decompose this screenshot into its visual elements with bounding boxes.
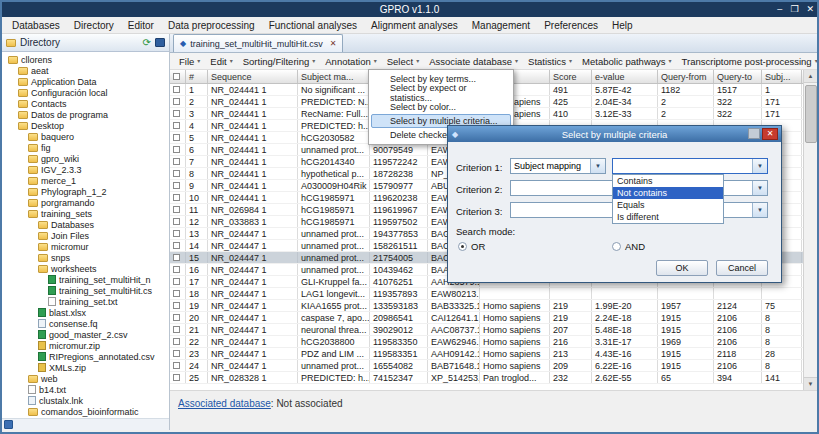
- menu-item-help[interactable]: Help: [605, 19, 640, 32]
- table-row-25[interactable]: 25NR_028328 1PREDICTED: h...74152347XP_5…: [170, 372, 803, 384]
- editor-menu-transcriptome-post-processing[interactable]: Transcriptome post-processing▾: [677, 55, 819, 68]
- editor-menu-select[interactable]: Select▾: [382, 55, 424, 68]
- tree-item-xmls-zip[interactable]: XMLs.zip: [2, 362, 169, 373]
- menu-item-preferences[interactable]: Preferences: [537, 19, 605, 32]
- menu-item-editor[interactable]: Editor: [121, 19, 161, 32]
- row-checkbox[interactable]: [170, 372, 186, 383]
- row-checkbox[interactable]: [170, 180, 186, 191]
- tree-item-baquero[interactable]: baquero: [2, 131, 169, 142]
- tree-item-training-set-multihit-cs[interactable]: training_set_multiHit.cs: [2, 285, 169, 296]
- row-checkbox[interactable]: [170, 84, 186, 95]
- menu-item-management[interactable]: Management: [465, 19, 537, 32]
- tree-item-databases[interactable]: Databases: [2, 219, 169, 230]
- editor-menu-edit[interactable]: Edit▾: [205, 55, 237, 68]
- dialog-title-bar[interactable]: ◆ Select by multiple criteria ✕: [448, 126, 781, 142]
- table-row-18[interactable]: 18NR_024447 1LAG1 longevit...119357893EA…: [170, 288, 803, 300]
- row-checkbox[interactable]: [170, 276, 186, 287]
- tree-item-ripregions-annotated-csv[interactable]: RIPregions_annotated.csv: [2, 351, 169, 362]
- minimize-button[interactable]: –: [777, 5, 782, 14]
- panel-corner-icon[interactable]: [4, 420, 13, 429]
- table-row-19[interactable]: 19NR_024447 1KIAA1655 prot...133593183BA…: [170, 300, 803, 312]
- row-checkbox[interactable]: [170, 216, 186, 227]
- row-checkbox[interactable]: [170, 192, 186, 203]
- scrollbar-thumb[interactable]: [805, 85, 817, 143]
- tree-item-comandos-bioinformatic[interactable]: comandos_bioinformatic: [2, 406, 169, 417]
- dropdown-option-contains[interactable]: Contains: [613, 175, 723, 187]
- column-header-subject-ma[interactable]: Subject ma...: [298, 70, 370, 83]
- tree-item-application-data[interactable]: Application Data: [2, 76, 169, 87]
- chevron-down-icon[interactable]: ▼: [752, 181, 767, 195]
- criterion-1-operator-combo[interactable]: ▼: [612, 158, 768, 174]
- row-checkbox[interactable]: [170, 108, 186, 119]
- dropdown-option-equals[interactable]: Equals: [613, 199, 723, 211]
- chevron-down-icon[interactable]: ▼: [752, 159, 767, 173]
- radio-and[interactable]: AND: [612, 241, 645, 252]
- editor-menu-file[interactable]: File▾: [174, 55, 205, 68]
- editor-menu-sorting-filtering[interactable]: Sorting/Filtering▾: [238, 55, 321, 68]
- row-checkbox[interactable]: [170, 96, 186, 107]
- tree-item-snps[interactable]: snps: [2, 252, 169, 263]
- row-checkbox[interactable]: [170, 312, 186, 323]
- menu-item-select-by-expect-or-statistics[interactable]: Select by expect or statistics...: [371, 86, 511, 100]
- row-checkbox[interactable]: [170, 252, 186, 263]
- dropdown-option-not-contains[interactable]: Not contains: [613, 187, 723, 199]
- scrollbar-down-icon[interactable]: ▼: [804, 377, 818, 390]
- cancel-button[interactable]: Cancel: [716, 260, 768, 276]
- dock-panel-icon[interactable]: [155, 38, 165, 47]
- row-checkbox[interactable]: [170, 324, 186, 335]
- row-checkbox[interactable]: [170, 132, 186, 143]
- tree-item-consense-fq[interactable]: consense.fq: [2, 318, 169, 329]
- tree-item-gpro-wiki[interactable]: gpro_wiki: [2, 153, 169, 164]
- tree-item-configuraci-n-local[interactable]: Configuración local: [2, 87, 169, 98]
- tab-training-set-csv[interactable]: ◆ training_set_multiHit_multiHit.csv ✕: [173, 34, 343, 52]
- table-row-22[interactable]: 22NR_024447 1hCG2038800119583350EAW62946…: [170, 336, 803, 348]
- column-header-e-value[interactable]: e-value: [592, 70, 658, 83]
- chevron-down-icon[interactable]: ▼: [752, 203, 767, 217]
- tree-item-blast-xlsx[interactable]: blast.xlsx: [2, 307, 169, 318]
- table-row-20[interactable]: 20NR_024447 1caspase 7, apo...20986541CA…: [170, 312, 803, 324]
- header-checkbox[interactable]: [170, 70, 186, 83]
- tree-item-phylograph-1-2[interactable]: Phylograph_1_2: [2, 186, 169, 197]
- tab-close-icon[interactable]: ✕: [330, 39, 337, 48]
- row-checkbox[interactable]: [170, 156, 186, 167]
- menu-item-directory[interactable]: Directory: [67, 19, 121, 32]
- row-checkbox[interactable]: [170, 360, 186, 371]
- associated-database-link[interactable]: Associated database: [178, 398, 271, 409]
- column-header-item[interactable]: #: [186, 70, 208, 83]
- column-header-score[interactable]: Score: [550, 70, 592, 83]
- tree-item-join-files[interactable]: Join Files: [2, 230, 169, 241]
- tree-item-desktop[interactable]: Desktop: [2, 120, 169, 131]
- menu-item-functional-analyses[interactable]: Functional analyses: [262, 19, 364, 32]
- column-header-sequence[interactable]: Sequence: [208, 70, 298, 83]
- criterion-1-field-combo[interactable]: Subject mapping ▼: [510, 158, 606, 174]
- ok-button[interactable]: OK: [656, 260, 708, 276]
- scrollbar-up-icon[interactable]: ▲: [804, 70, 818, 83]
- row-checkbox[interactable]: [170, 204, 186, 215]
- row-checkbox[interactable]: [170, 240, 186, 251]
- row-checkbox[interactable]: [170, 336, 186, 347]
- row-checkbox[interactable]: [170, 120, 186, 131]
- maximize-button[interactable]: ❒: [790, 5, 798, 14]
- menu-item-databases[interactable]: Databases: [5, 19, 67, 32]
- column-header-query-from[interactable]: Query-from: [658, 70, 714, 83]
- radio-or[interactable]: OR: [458, 241, 485, 252]
- tree-item-datos-de-programa[interactable]: Datos de programa: [2, 109, 169, 120]
- row-checkbox[interactable]: [170, 300, 186, 311]
- row-checkbox[interactable]: [170, 144, 186, 155]
- dropdown-option-is-different[interactable]: Is different: [613, 211, 723, 223]
- row-checkbox[interactable]: [170, 264, 186, 275]
- editor-menu-annotation[interactable]: Annotation▾: [320, 55, 381, 68]
- tree-item-fig[interactable]: fig: [2, 142, 169, 153]
- vertical-scrollbar[interactable]: ▲ ▼: [803, 70, 817, 390]
- chevron-down-icon[interactable]: ▼: [590, 159, 605, 173]
- tree-item-training-set-txt[interactable]: training_set.txt: [2, 296, 169, 307]
- menu-item-alignment-analyses[interactable]: Alignment analyses: [364, 19, 465, 32]
- tree-item-training-set-multihit-n[interactable]: training_set_multiHit_n: [2, 274, 169, 285]
- tree-item-aeat[interactable]: aeat: [2, 65, 169, 76]
- tree-item-worksheets[interactable]: worksheets: [2, 263, 169, 274]
- tree-item-web[interactable]: web: [2, 373, 169, 384]
- tree-item-good-master-2-csv[interactable]: good_master_2.csv: [2, 329, 169, 340]
- radio-selected-icon[interactable]: [458, 242, 467, 251]
- tree-item-training-sets[interactable]: training_sets: [2, 208, 169, 219]
- table-row-23[interactable]: 23NR_024447 1PDZ and LIM ...119583351AAH…: [170, 348, 803, 360]
